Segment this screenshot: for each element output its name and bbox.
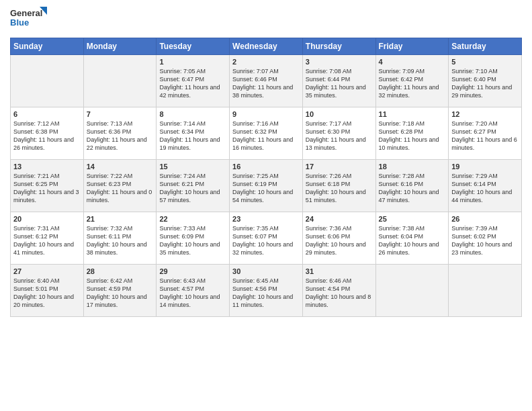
day-info: Sunrise: 7:36 AM Sunset: 6:06 PM Dayligh…	[306, 224, 373, 257]
calendar-cell: 29Sunrise: 6:43 AM Sunset: 4:57 PM Dayli…	[157, 265, 230, 317]
calendar-week-2: 6Sunrise: 7:12 AM Sunset: 6:38 PM Daylig…	[11, 107, 522, 160]
calendar-cell: 21Sunrise: 7:32 AM Sunset: 6:11 PM Dayli…	[83, 212, 157, 265]
day-number: 23	[232, 215, 300, 223]
weekday-header-sunday: Sunday	[11, 38, 84, 55]
day-info: Sunrise: 7:31 AM Sunset: 6:12 PM Dayligh…	[13, 224, 81, 257]
calendar-cell: 16Sunrise: 7:25 AM Sunset: 6:19 PM Dayli…	[230, 160, 303, 212]
day-info: Sunrise: 7:12 AM Sunset: 6:38 PM Dayligh…	[13, 120, 81, 152]
calendar-cell: 4Sunrise: 7:09 AM Sunset: 6:42 PM Daylig…	[375, 55, 449, 107]
day-number: 20	[13, 215, 81, 223]
day-info: Sunrise: 7:39 AM Sunset: 6:02 PM Dayligh…	[451, 224, 519, 257]
day-info: Sunrise: 7:18 AM Sunset: 6:28 PM Dayligh…	[379, 120, 446, 152]
day-info: Sunrise: 7:08 AM Sunset: 6:44 PM Dayligh…	[306, 67, 373, 100]
calendar-cell: 1Sunrise: 7:05 AM Sunset: 6:47 PM Daylig…	[157, 55, 230, 107]
day-number: 9	[232, 110, 300, 118]
logo: General Blue	[10, 7, 47, 32]
calendar-cell	[375, 265, 449, 317]
calendar-week-4: 20Sunrise: 7:31 AM Sunset: 6:12 PM Dayli…	[11, 212, 522, 265]
day-number: 19	[451, 163, 519, 171]
day-number: 18	[379, 163, 446, 171]
day-number: 10	[306, 110, 373, 118]
day-info: Sunrise: 7:33 AM Sunset: 6:09 PM Dayligh…	[159, 224, 226, 257]
day-info: Sunrise: 7:25 AM Sunset: 6:19 PM Dayligh…	[232, 172, 300, 205]
calendar-cell: 10Sunrise: 7:17 AM Sunset: 6:30 PM Dayli…	[302, 107, 375, 160]
calendar-cell: 2Sunrise: 7:07 AM Sunset: 6:46 PM Daylig…	[230, 55, 303, 107]
day-number: 21	[87, 215, 154, 223]
calendar-week-3: 13Sunrise: 7:21 AM Sunset: 6:25 PM Dayli…	[11, 160, 522, 212]
day-info: Sunrise: 7:29 AM Sunset: 6:14 PM Dayligh…	[451, 172, 519, 205]
day-number: 15	[159, 163, 226, 171]
calendar-cell: 23Sunrise: 7:35 AM Sunset: 6:07 PM Dayli…	[230, 212, 303, 265]
day-info: Sunrise: 7:09 AM Sunset: 6:42 PM Dayligh…	[379, 67, 446, 100]
day-info: Sunrise: 7:32 AM Sunset: 6:11 PM Dayligh…	[87, 224, 154, 257]
calendar-cell: 5Sunrise: 7:10 AM Sunset: 6:40 PM Daylig…	[449, 55, 522, 107]
page-header: General Blue	[10, 7, 522, 32]
calendar-cell: 28Sunrise: 6:42 AM Sunset: 4:59 PM Dayli…	[83, 265, 157, 317]
weekday-header-friday: Friday	[375, 38, 449, 55]
day-info: Sunrise: 7:22 AM Sunset: 6:23 PM Dayligh…	[87, 172, 154, 205]
svg-text:Blue: Blue	[10, 17, 29, 28]
calendar-cell	[83, 55, 157, 107]
calendar-cell	[449, 265, 522, 317]
calendar-cell: 8Sunrise: 7:14 AM Sunset: 6:34 PM Daylig…	[157, 107, 230, 160]
weekday-header-wednesday: Wednesday	[230, 38, 303, 55]
day-number: 22	[159, 215, 226, 223]
day-info: Sunrise: 7:10 AM Sunset: 6:40 PM Dayligh…	[451, 67, 519, 100]
day-number: 14	[87, 163, 154, 171]
calendar-cell: 22Sunrise: 7:33 AM Sunset: 6:09 PM Dayli…	[157, 212, 230, 265]
calendar-cell: 11Sunrise: 7:18 AM Sunset: 6:28 PM Dayli…	[375, 107, 449, 160]
calendar-cell	[11, 55, 84, 107]
svg-text:General: General	[10, 8, 42, 18]
calendar-cell: 9Sunrise: 7:16 AM Sunset: 6:32 PM Daylig…	[230, 107, 303, 160]
day-number: 31	[306, 267, 373, 275]
day-info: Sunrise: 6:42 AM Sunset: 4:59 PM Dayligh…	[87, 277, 154, 310]
day-number: 3	[306, 58, 373, 66]
day-info: Sunrise: 7:20 AM Sunset: 6:27 PM Dayligh…	[451, 120, 519, 152]
day-info: Sunrise: 6:46 AM Sunset: 4:54 PM Dayligh…	[306, 277, 373, 310]
weekday-header-tuesday: Tuesday	[157, 38, 230, 55]
day-number: 5	[451, 58, 519, 66]
weekday-header-monday: Monday	[83, 38, 157, 55]
header-row: SundayMondayTuesdayWednesdayThursdayFrid…	[11, 38, 522, 55]
day-number: 2	[232, 58, 300, 66]
calendar-cell: 27Sunrise: 6:40 AM Sunset: 5:01 PM Dayli…	[11, 265, 84, 317]
day-number: 29	[159, 267, 226, 275]
day-number: 24	[306, 215, 373, 223]
day-number: 16	[232, 163, 300, 171]
day-info: Sunrise: 7:26 AM Sunset: 6:18 PM Dayligh…	[306, 172, 373, 205]
day-number: 7	[87, 110, 154, 118]
weekday-header-saturday: Saturday	[449, 38, 522, 55]
calendar-cell: 19Sunrise: 7:29 AM Sunset: 6:14 PM Dayli…	[449, 160, 522, 212]
day-info: Sunrise: 7:16 AM Sunset: 6:32 PM Dayligh…	[232, 120, 300, 152]
day-info: Sunrise: 7:07 AM Sunset: 6:46 PM Dayligh…	[232, 67, 300, 100]
day-number: 12	[451, 110, 519, 118]
calendar-cell: 14Sunrise: 7:22 AM Sunset: 6:23 PM Dayli…	[83, 160, 157, 212]
day-info: Sunrise: 7:35 AM Sunset: 6:07 PM Dayligh…	[232, 224, 300, 257]
calendar-cell: 3Sunrise: 7:08 AM Sunset: 6:44 PM Daylig…	[302, 55, 375, 107]
day-number: 4	[379, 58, 446, 66]
day-number: 17	[306, 163, 373, 171]
day-info: Sunrise: 7:24 AM Sunset: 6:21 PM Dayligh…	[159, 172, 226, 205]
calendar-cell: 24Sunrise: 7:36 AM Sunset: 6:06 PM Dayli…	[302, 212, 375, 265]
calendar-cell: 18Sunrise: 7:28 AM Sunset: 6:16 PM Dayli…	[375, 160, 449, 212]
calendar-cell: 31Sunrise: 6:46 AM Sunset: 4:54 PM Dayli…	[302, 265, 375, 317]
logo-svg: General Blue	[10, 7, 47, 32]
day-info: Sunrise: 7:21 AM Sunset: 6:25 PM Dayligh…	[13, 172, 81, 205]
day-number: 27	[13, 267, 81, 275]
weekday-header-thursday: Thursday	[302, 38, 375, 55]
calendar-cell: 25Sunrise: 7:38 AM Sunset: 6:04 PM Dayli…	[375, 212, 449, 265]
day-number: 26	[451, 215, 519, 223]
day-number: 25	[379, 215, 446, 223]
day-info: Sunrise: 7:13 AM Sunset: 6:36 PM Dayligh…	[87, 120, 154, 152]
day-info: Sunrise: 7:17 AM Sunset: 6:30 PM Dayligh…	[306, 120, 373, 152]
day-number: 8	[159, 110, 226, 118]
calendar-cell: 17Sunrise: 7:26 AM Sunset: 6:18 PM Dayli…	[302, 160, 375, 212]
calendar-cell: 6Sunrise: 7:12 AM Sunset: 6:38 PM Daylig…	[11, 107, 84, 160]
day-info: Sunrise: 7:28 AM Sunset: 6:16 PM Dayligh…	[379, 172, 446, 205]
day-info: Sunrise: 7:38 AM Sunset: 6:04 PM Dayligh…	[379, 224, 446, 257]
calendar-cell: 26Sunrise: 7:39 AM Sunset: 6:02 PM Dayli…	[449, 212, 522, 265]
calendar-week-1: 1Sunrise: 7:05 AM Sunset: 6:47 PM Daylig…	[11, 55, 522, 107]
day-number: 13	[13, 163, 81, 171]
day-number: 30	[232, 267, 300, 275]
day-info: Sunrise: 6:40 AM Sunset: 5:01 PM Dayligh…	[13, 277, 81, 310]
